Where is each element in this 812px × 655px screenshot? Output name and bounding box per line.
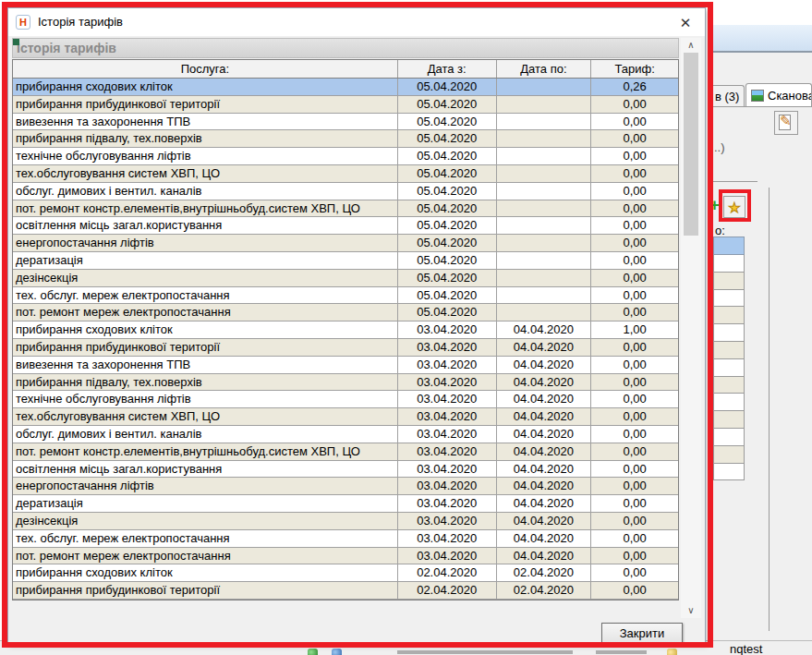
scroll-down-icon[interactable]: ∨ — [681, 603, 701, 618]
cell-date-from[interactable]: 05.04.2020 — [398, 287, 497, 304]
table-row[interactable]: дератизація05.04.20200,00 — [13, 252, 678, 270]
cell-tariff[interactable]: 0,00 — [591, 96, 678, 113]
close-button[interactable]: Закрити — [601, 623, 683, 644]
cell-tariff[interactable]: 0,26 — [591, 79, 678, 95]
cell-date-from[interactable]: 05.04.2020 — [398, 165, 497, 182]
cell-service[interactable]: пот. ремонт мереж електропостачання — [13, 548, 398, 564]
cell-tariff[interactable]: 0,00 — [591, 478, 678, 494]
table-row[interactable]: прибирання прибудинкової території03.04.… — [13, 339, 678, 357]
cell-date-from[interactable]: 05.04.2020 — [398, 217, 497, 234]
cell-date-to[interactable] — [497, 183, 592, 200]
cell-date-from[interactable]: 03.04.2020 — [398, 357, 497, 373]
cell-tariff[interactable]: 0,00 — [591, 548, 678, 564]
cell-date-from[interactable]: 05.04.2020 — [398, 183, 497, 200]
cell-date-to[interactable]: 04.04.2020 — [497, 357, 592, 373]
close-icon[interactable]: ✕ — [675, 14, 696, 32]
cell-date-from[interactable]: 03.04.2020 — [398, 339, 497, 356]
cell-service[interactable]: вивезення та захоронення ТПВ — [13, 114, 398, 130]
tab-scanned[interactable]: Сканова — [745, 83, 812, 107]
cell-tariff[interactable]: 0,00 — [591, 270, 678, 286]
table-row[interactable]: тех. обслуг. мереж електропостачання05.0… — [13, 287, 678, 305]
cell-date-from[interactable]: 03.04.2020 — [398, 530, 497, 547]
cell-date-to[interactable]: 04.04.2020 — [497, 339, 592, 356]
cell-service[interactable]: енергопостачання ліфтів — [13, 478, 398, 494]
cell-tariff[interactable]: 0,00 — [591, 426, 678, 443]
cell-date-from[interactable]: 03.04.2020 — [398, 478, 497, 494]
cell-date-to[interactable] — [497, 287, 592, 304]
vertical-scrollbar[interactable]: ∧ ∨ — [681, 38, 701, 618]
column-date-to[interactable]: Дата по: — [497, 60, 592, 78]
add-icon[interactable]: + — [709, 195, 720, 215]
table-row[interactable]: технічне обслуговування ліфтів05.04.2020… — [13, 148, 678, 165]
cell-service[interactable]: прибирання прибудинкової території — [13, 96, 398, 113]
cell-date-to[interactable]: 04.04.2020 — [497, 478, 592, 494]
table-row[interactable]: прибирання сходових кліток02.04.202002.0… — [13, 564, 678, 582]
cell-date-to[interactable] — [497, 148, 592, 164]
cell-service[interactable]: прибирання прибудинкової території — [13, 339, 398, 356]
table-row[interactable]: прибирання сходових кліток03.04.202004.0… — [13, 321, 678, 339]
column-service[interactable]: Послуга: — [13, 60, 398, 78]
cell-service[interactable]: пот. ремонт констр.елементів,внутрішньоб… — [13, 200, 398, 217]
cell-tariff[interactable]: 0,00 — [591, 148, 678, 164]
cell-date-from[interactable]: 03.04.2020 — [398, 495, 497, 512]
tab-documents[interactable]: в (3) — [709, 85, 745, 107]
cell-date-from[interactable]: 05.04.2020 — [398, 304, 497, 321]
cell-date-from[interactable]: 03.04.2020 — [398, 443, 497, 460]
cell-tariff[interactable]: 0,00 — [591, 217, 678, 234]
cell-date-to[interactable]: 04.04.2020 — [497, 408, 592, 425]
table-row[interactable]: енергопостачання ліфтів03.04.202004.04.2… — [13, 478, 678, 495]
cell-tariff[interactable]: 0,00 — [591, 461, 678, 478]
cell-service[interactable]: дезінсекція — [13, 513, 398, 529]
cell-service[interactable]: пот. ремонт констр.елементів,внутрішньоб… — [13, 443, 398, 460]
table-row[interactable]: освітлення місць загал.користування03.04… — [13, 461, 678, 479]
cell-date-to[interactable]: 02.04.2020 — [497, 564, 592, 581]
cell-date-to[interactable] — [497, 114, 592, 130]
cell-date-from[interactable]: 05.04.2020 — [398, 200, 497, 217]
cell-service[interactable]: тех. обслуг. мереж електропостачання — [13, 287, 398, 304]
table-row[interactable]: дератизація03.04.202004.04.20200,00 — [13, 495, 678, 513]
cell-date-to[interactable] — [497, 252, 592, 269]
cell-date-from[interactable]: 05.04.2020 — [398, 148, 497, 164]
table-row[interactable]: тех.обслуговування систем ХВП, ЦО05.04.2… — [13, 165, 678, 183]
cell-date-to[interactable] — [497, 130, 592, 147]
cell-service[interactable]: прибирання сходових кліток — [13, 321, 398, 338]
cell-date-to[interactable] — [497, 270, 592, 286]
cell-tariff[interactable]: 0,00 — [591, 513, 678, 529]
table-row[interactable]: дезінсекція05.04.20200,00 — [13, 270, 678, 287]
table-row[interactable]: тех.обслуговування систем ХВП, ЦО03.04.2… — [13, 408, 678, 426]
cell-date-from[interactable]: 02.04.2020 — [398, 582, 497, 599]
cell-service[interactable]: дезінсекція — [13, 270, 398, 286]
cell-date-from[interactable]: 03.04.2020 — [398, 374, 497, 391]
table-row[interactable]: енергопостачання ліфтів05.04.20200,00 — [13, 235, 678, 252]
cell-service[interactable]: тех.обслуговування систем ХВП, ЦО — [13, 408, 398, 425]
cell-tariff[interactable]: 0,00 — [591, 235, 678, 251]
cell-date-from[interactable]: 03.04.2020 — [398, 513, 497, 529]
table-row[interactable]: обслуг. димових і вентил. каналів03.04.2… — [13, 426, 678, 443]
cell-tariff[interactable]: 0,00 — [591, 582, 678, 599]
cell-date-from[interactable]: 03.04.2020 — [398, 548, 497, 564]
cell-date-from[interactable]: 05.04.2020 — [398, 96, 497, 113]
table-row[interactable]: тех. обслуг. мереж електропостачання03.0… — [13, 530, 678, 548]
cell-date-from[interactable]: 03.04.2020 — [398, 426, 497, 443]
cell-date-from[interactable]: 05.04.2020 — [398, 114, 497, 130]
cell-date-from[interactable]: 02.04.2020 — [398, 564, 497, 581]
cell-date-to[interactable]: 04.04.2020 — [497, 495, 592, 512]
favorite-button[interactable]: ★ — [723, 196, 745, 218]
cell-service[interactable]: прибирання підвалу, тех.поверхів — [13, 130, 398, 147]
cell-service[interactable]: прибирання сходових кліток — [13, 79, 398, 95]
cell-tariff[interactable]: 0,00 — [591, 357, 678, 373]
scroll-thumb[interactable] — [684, 53, 698, 236]
cell-date-from[interactable]: 03.04.2020 — [398, 391, 497, 407]
cell-date-to[interactable]: 04.04.2020 — [497, 513, 592, 529]
cell-service[interactable]: прибирання прибудинкової території — [13, 582, 398, 599]
cell-tariff[interactable]: 0,00 — [591, 165, 678, 182]
cell-date-from[interactable]: 03.04.2020 — [398, 408, 497, 425]
cell-tariff[interactable]: 0,00 — [591, 564, 678, 581]
cell-date-to[interactable] — [497, 217, 592, 234]
table-row[interactable]: пот. ремонт констр.елементів,внутрішньоб… — [13, 443, 678, 461]
cell-tariff[interactable]: 0,00 — [591, 130, 678, 147]
cell-service[interactable]: обслуг. димових і вентил. каналів — [13, 183, 398, 200]
cell-tariff[interactable]: 0,00 — [591, 374, 678, 391]
cell-tariff[interactable]: 0,00 — [591, 530, 678, 547]
cell-date-to[interactable]: 04.04.2020 — [497, 374, 592, 391]
